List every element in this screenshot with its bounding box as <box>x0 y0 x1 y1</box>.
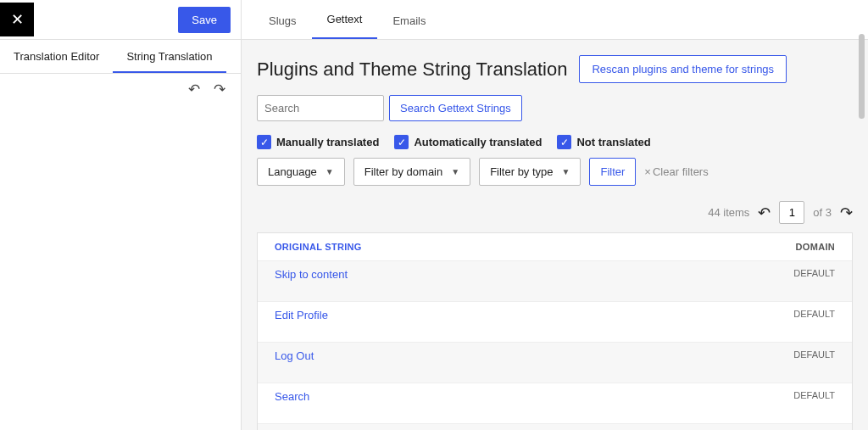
tab-string-translation[interactable]: String Translation <box>113 40 225 73</box>
chevron-down-icon: ▼ <box>562 167 570 176</box>
clear-filters[interactable]: × Clear filters <box>644 165 708 178</box>
chevron-down-icon: ▼ <box>326 167 334 176</box>
close-icon: ✕ <box>11 10 24 29</box>
close-button[interactable]: ✕ <box>0 3 34 36</box>
items-count: 44 items <box>708 206 749 219</box>
filter-button[interactable]: Filter <box>589 158 636 186</box>
tab-slugs[interactable]: Slugs <box>253 3 312 39</box>
string-text[interactable]: Edit Profile <box>275 309 750 321</box>
string-domain: DEFAULT <box>750 390 835 400</box>
tab-emails[interactable]: Emails <box>377 3 441 39</box>
search-input[interactable] <box>257 95 384 121</box>
string-text[interactable]: Log Out <box>275 349 750 362</box>
page-input[interactable] <box>779 201 804 224</box>
domain-filter-dropdown[interactable]: Filter by domain ▼ <box>353 158 470 186</box>
language-dropdown[interactable]: Language ▼ <box>257 158 345 186</box>
table-row[interactable]: Howdy, %s DEFAULT <box>258 424 852 430</box>
type-filter-dropdown[interactable]: Filter by type ▼ <box>479 158 581 186</box>
string-text[interactable]: Skip to content <box>275 268 750 281</box>
checkbox-not-translated[interactable]: ✓ <box>557 135 571 149</box>
tab-gettext[interactable]: Gettext <box>312 1 378 39</box>
page-of-label: of 3 <box>813 206 832 219</box>
table-row[interactable]: Edit Profile DEFAULT <box>258 302 852 343</box>
redo-icon[interactable]: ↷ <box>214 81 225 98</box>
chevron-down-icon: ▼ <box>451 167 459 176</box>
tab-translation-editor[interactable]: Translation Editor <box>0 40 113 73</box>
string-domain: DEFAULT <box>750 309 835 319</box>
string-domain: DEFAULT <box>750 349 835 360</box>
rescan-button[interactable]: Rescan plugins and theme for strings <box>579 55 787 83</box>
undo-icon[interactable]: ↶ <box>188 81 200 98</box>
checkbox-manually-translated[interactable]: ✓ <box>257 135 271 149</box>
table-row[interactable]: Log Out DEFAULT <box>258 343 852 383</box>
prev-page-icon[interactable]: ↶ <box>758 204 771 222</box>
checkbox-label: Automatically translated <box>414 136 542 148</box>
checkbox-label: Manually translated <box>276 136 379 148</box>
close-icon: × <box>644 165 651 178</box>
scrollbar-thumb[interactable] <box>859 34 865 119</box>
th-domain: DOMAIN <box>750 242 835 252</box>
checkbox-automatically-translated[interactable]: ✓ <box>394 135 409 149</box>
scrollbar[interactable] <box>859 0 865 430</box>
dropdown-label: Filter by type <box>490 165 553 178</box>
checkbox-label: Not translated <box>576 136 650 148</box>
dropdown-label: Filter by domain <box>364 165 442 178</box>
string-domain: DEFAULT <box>750 268 835 278</box>
string-text[interactable]: Search <box>275 390 750 403</box>
check-icon: ✓ <box>260 137 269 148</box>
search-button[interactable]: Search Gettext Strings <box>389 95 522 121</box>
clear-filters-label: Clear filters <box>653 165 709 178</box>
dropdown-label: Language <box>268 165 317 178</box>
save-button[interactable]: Save <box>178 7 231 33</box>
strings-table: ORIGINAL STRING DOMAIN Skip to content D… <box>257 232 853 430</box>
check-icon: ✓ <box>398 137 406 148</box>
th-original-string[interactable]: ORIGINAL STRING <box>275 242 750 252</box>
table-row[interactable]: Search DEFAULT <box>258 383 852 424</box>
next-page-icon[interactable]: ↷ <box>840 204 853 222</box>
check-icon: ✓ <box>560 137 569 148</box>
page-title: Plugins and Theme String Translation <box>257 59 567 81</box>
table-row[interactable]: Skip to content DEFAULT <box>258 261 852 302</box>
